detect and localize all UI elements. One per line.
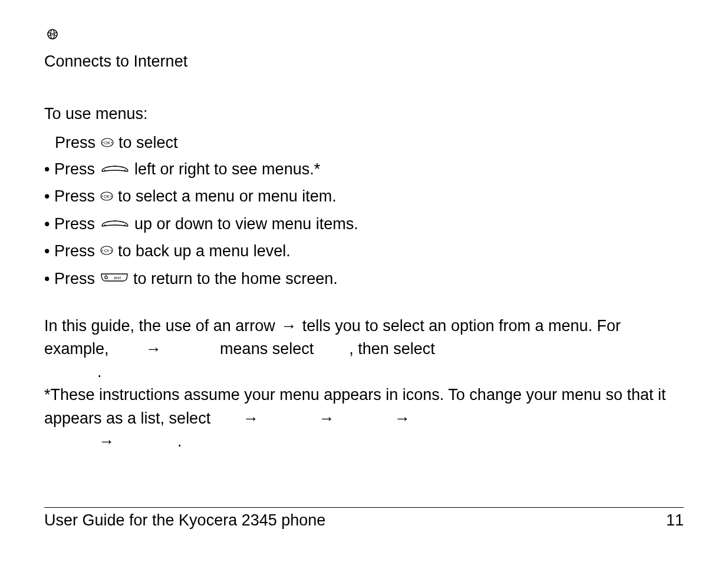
arrow-icon: → <box>144 340 163 358</box>
list-item: Press left or right to see menus.* <box>44 158 684 181</box>
ok-button-icon: OK <box>100 185 114 208</box>
arrow-icon: → <box>97 432 116 450</box>
text: *These instructions assume your menu app… <box>44 386 666 427</box>
text: Press <box>54 160 100 178</box>
text: Press <box>55 134 100 151</box>
arrow-icon: → <box>317 409 335 427</box>
list-item: Press Clr to back up a menu level. <box>44 240 684 263</box>
guide-paragraph: In this guide, the use of an arrow → tel… <box>44 315 684 384</box>
connects-label: Connects to Internet <box>44 50 684 73</box>
globe-icon <box>47 24 684 47</box>
text: to select <box>118 134 178 151</box>
text: . <box>97 363 102 381</box>
svg-text:end: end <box>114 276 121 280</box>
svg-text:Clr: Clr <box>104 249 109 253</box>
svg-text:OK: OK <box>103 194 109 199</box>
text: , then select <box>349 340 435 358</box>
svg-point-16 <box>101 250 103 252</box>
svg-point-17 <box>110 250 111 252</box>
end-button-icon: end <box>100 267 129 290</box>
text: up or down to view menu items. <box>134 215 358 233</box>
svg-point-13 <box>124 224 126 226</box>
section-title: To use menus: <box>44 103 684 125</box>
arrow-icon: → <box>242 409 260 427</box>
svg-point-7 <box>124 170 126 171</box>
text: Press <box>54 215 100 233</box>
text: In this guide, the use of an arrow <box>44 317 279 335</box>
page-footer: User Guide for the Kyocera 2345 phone 11 <box>44 507 684 530</box>
svg-point-1 <box>51 29 54 39</box>
text: Press <box>54 187 100 205</box>
svg-point-10 <box>101 196 103 197</box>
svg-text:OK: OK <box>104 141 110 145</box>
arrow-icon: → <box>279 317 298 335</box>
text: left or right to see menus.* <box>134 160 320 178</box>
svg-point-18 <box>104 276 107 279</box>
ok-button-icon: OK <box>100 131 114 154</box>
footnote-paragraph: *These instructions assume your menu app… <box>44 384 684 452</box>
svg-point-4 <box>102 142 103 143</box>
text: . <box>177 432 182 450</box>
nav-key-icon <box>100 212 130 235</box>
svg-point-12 <box>104 224 106 226</box>
step-press-ok-select: Press OK to select <box>44 131 684 155</box>
text: means select <box>216 340 318 358</box>
list-item: Press OK to select a menu or menu item. <box>44 185 684 209</box>
list-item: Press end to return to the home screen. <box>44 267 684 291</box>
svg-point-5 <box>111 142 112 143</box>
svg-point-0 <box>48 29 57 39</box>
text: to select a menu or menu item. <box>118 187 337 205</box>
footer-title: User Guide for the Kyocera 2345 phone <box>44 511 325 530</box>
instruction-list: Press left or right to see menus.* Press… <box>44 158 684 291</box>
text: Press <box>54 270 100 287</box>
text: Press <box>54 242 100 260</box>
page-content: Connects to Internet To use menus: Press… <box>0 0 728 453</box>
arrow-icon: → <box>393 409 411 427</box>
text: to return to the home screen. <box>133 270 338 287</box>
svg-point-6 <box>104 170 106 171</box>
clr-button-icon: Clr <box>100 239 114 262</box>
svg-point-11 <box>110 196 111 197</box>
page-number: 11 <box>666 511 684 530</box>
list-item: Press up or down to view menu items. <box>44 213 684 236</box>
nav-key-icon <box>100 157 130 180</box>
text: to back up a menu level. <box>118 242 291 260</box>
